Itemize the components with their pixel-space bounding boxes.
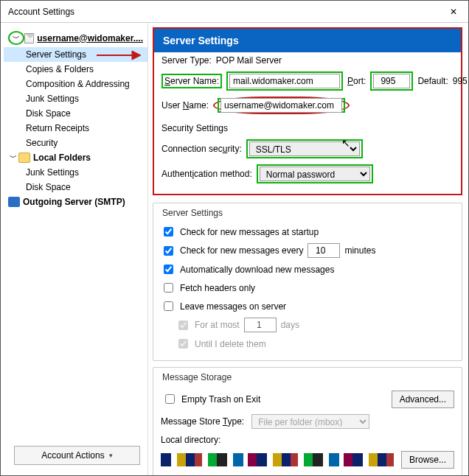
local-dir-row: Browse...: [159, 448, 456, 472]
username-input[interactable]: [220, 98, 342, 113]
message-storage-group: Message Storage Empty Trash on Exit Adva…: [153, 367, 462, 475]
sidebar-item-server-settings[interactable]: Server Settings: [4, 47, 147, 62]
account-node[interactable]: ﹀ username@widomaker....: [4, 29, 147, 47]
browse-button[interactable]: Browse...: [401, 451, 454, 469]
sidebar-item-receipts[interactable]: Return Receipts: [4, 121, 147, 136]
username-annotation: [213, 97, 350, 114]
sidebar-item-disk[interactable]: Disk Space: [4, 106, 147, 121]
store-type-select: File per folder (mbox): [251, 414, 369, 429]
check-leave[interactable]: Leave messages on server: [159, 297, 456, 315]
group-title: Message Storage: [159, 372, 234, 382]
sidebar-item-copies[interactable]: Copies & Folders: [4, 62, 147, 77]
auth-method-label: Authentication method:: [161, 169, 252, 179]
username-row: User Name:: [154, 94, 461, 117]
auth-method-select[interactable]: Normal password: [260, 167, 370, 181]
chevron-down-icon[interactable]: ﹀: [8, 153, 18, 163]
default-port-label: Default:: [417, 76, 448, 86]
check-autodownload[interactable]: Automatically download new messages: [159, 260, 456, 279]
server-settings-group: Server Settings Check for new messages a…: [153, 203, 462, 361]
check-startup[interactable]: Check for new messages at startup: [159, 223, 456, 241]
checkbox: [178, 321, 188, 330]
sidebar: ﹀ username@widomaker.... Server Settings…: [1, 23, 148, 475]
server-name-highlight: [226, 71, 343, 91]
server-name-row: Server Name: Port: Default: 995: [154, 69, 461, 94]
sidebar-item-composition[interactable]: Composition & Addressing: [4, 77, 147, 91]
account-actions-label: Account Actions: [41, 450, 104, 461]
smtp-node[interactable]: Outgoing Server (SMTP): [4, 195, 147, 209]
security-heading: Security Settings: [154, 117, 461, 136]
advanced-button[interactable]: Advanced...: [392, 391, 454, 408]
check-interval[interactable]: Check for new messages everyminutes: [159, 241, 456, 260]
content: ﹀ username@widomaker.... Server Settings…: [1, 23, 468, 475]
store-type-row: Message Store Type: File per folder (mbo…: [159, 411, 456, 432]
titlebar: Account Settings ✕: [1, 1, 468, 23]
checkbox[interactable]: [164, 265, 173, 274]
port-highlight: [370, 71, 413, 91]
chevron-down-icon[interactable]: ﹀: [11, 33, 21, 43]
check-until-delete: Until I delete them: [159, 335, 456, 353]
server-name-label: Server Name:: [161, 74, 222, 88]
server-icon: [8, 197, 20, 207]
checkbox[interactable]: [165, 394, 175, 404]
local-folders-node[interactable]: ﹀ Local Folders: [4, 150, 147, 165]
dropdown-arrow-icon: ▾: [109, 452, 113, 459]
checkbox: [178, 339, 188, 349]
group-title: Server Settings: [159, 208, 226, 218]
account-tree: ﹀ username@widomaker.... Server Settings…: [4, 29, 147, 441]
window-title: Account Settings: [8, 7, 446, 17]
checkbox[interactable]: [164, 283, 173, 293]
auth-method-row: Authentication method: Normal password: [154, 161, 461, 186]
mail-icon: [24, 33, 34, 43]
sidebar-item-local-junk[interactable]: Junk Settings: [4, 165, 147, 180]
checkbox[interactable]: [164, 246, 173, 256]
sidebar-item-junk[interactable]: Junk Settings: [4, 91, 147, 106]
server-name-input[interactable]: [229, 74, 340, 88]
sidebar-item-local-disk[interactable]: Disk Space: [4, 180, 147, 195]
store-type-label: Message Store Type:: [161, 416, 244, 427]
folder-icon: [18, 153, 30, 163]
sidebar-item-security[interactable]: Security: [4, 136, 147, 150]
server-type-row: Server Type: POP Mail Server: [154, 52, 461, 69]
account-actions-button[interactable]: Account Actions ▾: [14, 446, 140, 465]
connection-security-label: Connection security:: [161, 144, 242, 154]
check-atmost: For at mostdays: [159, 315, 456, 335]
account-label: username@widomaker....: [37, 33, 143, 43]
interval-input[interactable]: [308, 243, 340, 258]
server-type-label: Server Type:: [161, 55, 212, 66]
local-dir-label-row: Local directory:: [159, 432, 456, 448]
checkbox[interactable]: [164, 301, 173, 311]
port-label: Port:: [347, 76, 366, 86]
connection-security-row: Connection security: SSL/TLS: [154, 136, 461, 161]
local-dir-path: [161, 453, 394, 466]
close-icon[interactable]: ✕: [446, 7, 461, 17]
expand-annotation: ﹀: [8, 31, 24, 45]
port-input[interactable]: [373, 74, 410, 88]
checkbox[interactable]: [164, 227, 173, 237]
days-input: [244, 318, 277, 332]
main-panel: Server Settings Server Type: POP Mail Se…: [148, 23, 468, 475]
empty-trash-row: Empty Trash on Exit Advanced...: [159, 387, 456, 411]
panel-header: Server Settings: [154, 29, 461, 52]
check-empty-trash[interactable]: Empty Trash on Exit: [161, 390, 384, 408]
server-type-value: POP Mail Server: [216, 55, 282, 66]
default-port-value: 995: [453, 76, 468, 86]
server-settings-highlight: Server Settings Server Type: POP Mail Se…: [153, 27, 462, 195]
check-headers[interactable]: Fetch headers only: [159, 279, 456, 297]
connection-security-select[interactable]: SSL/TLS: [249, 141, 360, 156]
local-dir-label: Local directory:: [161, 435, 220, 445]
username-label: User Name:: [161, 100, 209, 111]
